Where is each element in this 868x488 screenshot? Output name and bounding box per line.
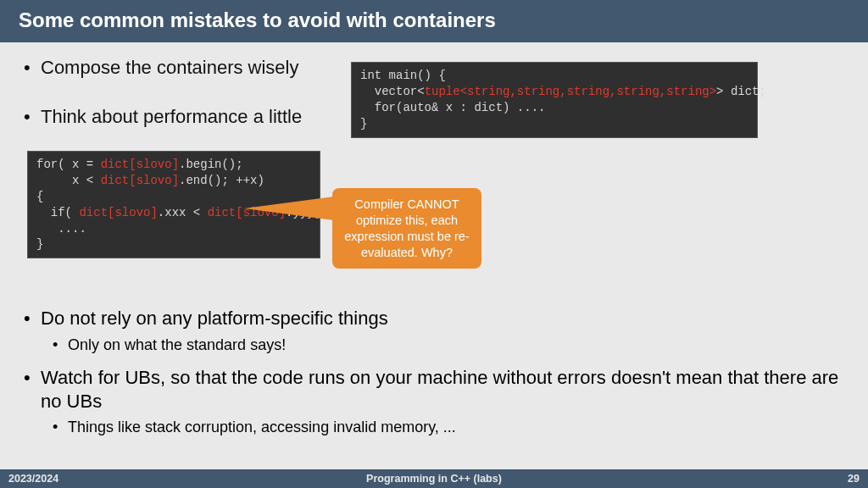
code-text: for(auto& x : dict) .... [360, 101, 545, 114]
callout-arrow-icon [244, 197, 334, 220]
subbullet-ub-examples: Things like stack corruption, accessing … [41, 418, 844, 437]
code-text: .begin(); [179, 158, 243, 171]
slide: Some common mistakes to avoid with conta… [0, 0, 868, 488]
footer-course: Programming in C++ (labs) [0, 473, 868, 485]
code-text: > dict; [716, 85, 766, 98]
code-text: for( x = [36, 158, 101, 171]
code-text: } [36, 237, 43, 251]
footer-page-number: 29 [848, 473, 860, 485]
code-highlight: tuple<string,string,string,string,string… [425, 85, 716, 98]
code-text: .xxx < [158, 206, 208, 219]
bullet-platform: Do not rely on any platform-specific thi… [24, 307, 844, 354]
code-highlight: dict[slovo] [79, 206, 157, 219]
code-highlight: dict[slovo] [101, 174, 179, 187]
footer-year: 2023/2024 [8, 473, 58, 485]
code-text: .... [36, 222, 86, 236]
code-text: } [360, 117, 367, 130]
footer: 2023/2024 Programming in C++ (labs) 29 [0, 469, 868, 488]
content-lower: Do not rely on any platform-specific thi… [0, 307, 868, 449]
callout-box: Compiler CANNOT optimize this, each expr… [332, 188, 481, 269]
subbullet-standard: Only on what the standard says! [41, 336, 844, 355]
slide-title: Some common mistakes to avoid with conta… [0, 0, 868, 42]
bullet-text: Do not rely on any platform-specific thi… [41, 308, 388, 329]
code-text: .end(); ++x) [179, 174, 264, 187]
code-text: vector< [360, 85, 425, 98]
code-text: if( [36, 206, 79, 219]
code-text: int main() { [360, 69, 446, 82]
bullet-text: Watch for UBs, so that the code runs on … [41, 367, 838, 412]
code-block-1: int main() { vector<tuple<string,string,… [351, 62, 758, 138]
code-text: x < [36, 174, 101, 187]
bullet-ub: Watch for UBs, so that the code runs on … [24, 366, 844, 437]
code-highlight: dict[slovo] [101, 158, 179, 171]
code-text: { [36, 190, 43, 203]
